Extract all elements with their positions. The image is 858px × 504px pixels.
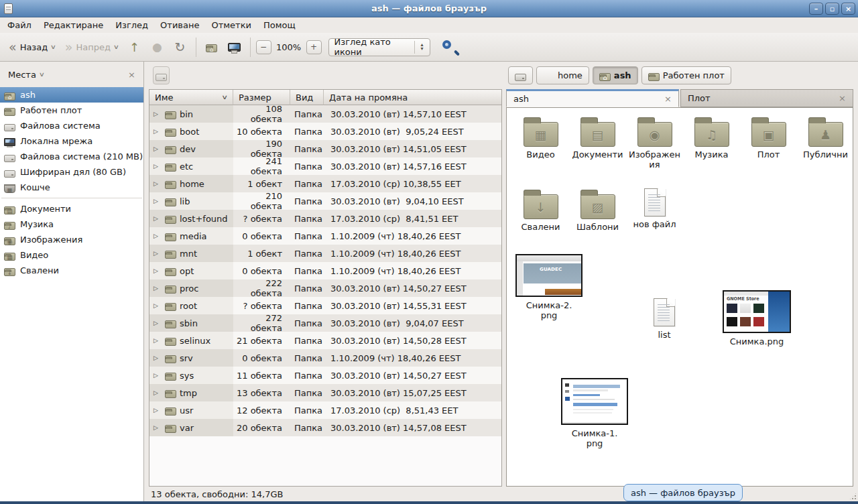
table-row[interactable]: ▷ srv 0 обекта Папка 1.10.2009 (чт) 18,4… [149, 349, 501, 367]
table-row[interactable]: ▷ boot 10 обекта Папка 30.03.2010 (вт) 9… [149, 123, 501, 140]
sidebar-place-item[interactable]: Работен плот [0, 103, 143, 118]
sidebar-place-item[interactable]: Шифриран дял (80 GB) [0, 164, 143, 180]
zoom-out-button[interactable]: − [256, 40, 271, 54]
table-row[interactable]: ▷ selinux 21 обекта Папка 30.03.2010 (вт… [149, 332, 501, 349]
expander-icon[interactable]: ▷ [154, 302, 162, 309]
expander-icon[interactable]: ▷ [154, 215, 162, 222]
expander-icon[interactable]: ▷ [154, 233, 162, 239]
view-mode-select[interactable]: Изглед като икони ▴▾ [328, 38, 430, 56]
minimize-button[interactable]: – [809, 3, 823, 15]
expander-icon[interactable]: ▷ [154, 128, 162, 135]
zoom-in-button[interactable]: + [306, 40, 322, 54]
expander-icon[interactable]: ▷ [154, 407, 162, 414]
file-item[interactable]: GNOME Store Снимка.png [720, 290, 794, 347]
expander-icon[interactable]: ▷ [154, 198, 162, 204]
folder-item[interactable]: ↓ Свалени [512, 188, 569, 233]
sidebar-place-item[interactable]: ◉ Изображения [0, 232, 143, 247]
table-row[interactable]: ▷ var 20 обекта Папка 30.03.2010 (вт) 14… [149, 419, 501, 436]
table-row[interactable]: ▷ root ? обекта Папка 30.03.2010 (вт) 14… [149, 297, 501, 314]
menu-item[interactable]: Редактиране [38, 19, 109, 32]
expander-icon[interactable]: ▷ [154, 145, 162, 152]
tab[interactable]: ash × [506, 89, 679, 107]
sidebar-place-item[interactable]: ⌂ ash [0, 87, 143, 103]
table-row[interactable]: ▷ lost+found ? обекта Папка 17.03.2010 (… [149, 210, 501, 227]
table-row[interactable]: ▷ bin 108 обекта Папка 30.03.2010 (вт) 1… [149, 105, 501, 123]
reload-button[interactable]: ↻ [169, 37, 192, 58]
tab-close-icon[interactable]: × [664, 94, 672, 104]
expander-icon[interactable]: ▷ [154, 267, 162, 274]
tab-close-icon[interactable]: × [839, 93, 846, 103]
sidebar-title-dropdown[interactable]: Места ∨ [8, 70, 128, 80]
file-item[interactable]: GUADEC Снимка-2. png [512, 254, 586, 321]
table-row[interactable]: ▷ proc 222 обекта Папка 30.03.2010 (вт) … [149, 279, 501, 297]
sidebar-place-item[interactable]: Файлова система (210 MB) [0, 149, 143, 164]
folder-item[interactable]: нов файл [626, 188, 683, 233]
folder-item[interactable]: ◉ Изображен ия [626, 116, 683, 170]
folder-item[interactable]: ♟ Публични [797, 116, 853, 170]
menu-item[interactable]: Изглед [109, 19, 154, 32]
computer-button[interactable] [223, 37, 246, 58]
table-row[interactable]: ▷ tmp 13 обекта Папка 30.03.2010 (вт) 15… [149, 384, 501, 401]
path-button[interactable]: home [536, 66, 589, 84]
sidebar-place-item[interactable] [0, 195, 143, 201]
stop-button[interactable]: ● [146, 37, 169, 58]
path-button[interactable]: Работен плот [641, 66, 731, 84]
menu-item[interactable]: Отметки [205, 19, 257, 32]
menu-item[interactable]: Отиване [154, 19, 205, 32]
search-button[interactable] [438, 37, 458, 58]
taskbar-window-button[interactable]: ash — файлов браузър [623, 484, 743, 501]
expander-icon[interactable]: ▷ [154, 285, 162, 292]
sidebar-place-item[interactable]: Локална мрежа [0, 133, 143, 149]
path-button[interactable]: ⌂ ash [593, 66, 638, 84]
table-row[interactable]: ▷ dev 190 обекта Папка 30.03.2010 (вт) 1… [149, 140, 501, 158]
table-row[interactable]: ▷ lib 210 обекта Папка 30.03.2010 (вт) 9… [149, 192, 501, 210]
table-row[interactable]: ▷ etc 241 обекта Папка 30.03.2010 (вт) 1… [149, 158, 501, 175]
expander-icon[interactable]: ▷ [154, 372, 162, 379]
expander-icon[interactable]: ▷ [154, 424, 162, 431]
folder-item[interactable]: ♫ Музика [683, 116, 740, 170]
tab[interactable]: Плот × [680, 89, 853, 107]
table-row[interactable]: ▷ usr 12 обекта Папка 17.03.2010 (ср) 8,… [149, 401, 501, 419]
expander-icon[interactable]: ▷ [154, 180, 162, 187]
table-row[interactable]: ▷ sys 11 обекта Папка 30.03.2010 (вт) 14… [149, 367, 501, 384]
menu-item[interactable]: Файл [1, 19, 38, 32]
up-button[interactable]: ↑ [123, 37, 146, 58]
sidebar-place-item[interactable]: ♪ Музика [0, 216, 143, 232]
sidebar-place-item[interactable]: Файлова система [0, 118, 143, 133]
table-row[interactable]: ▷ home 1 обект Папка 17.03.2010 (ср) 10,… [149, 175, 501, 192]
column-header-size[interactable]: Размер [233, 90, 290, 105]
table-row[interactable]: ▷ opt 0 обекта Папка 1.10.2009 (чт) 18,4… [149, 262, 501, 279]
maximize-button[interactable]: ▫ [825, 3, 839, 15]
folder-item[interactable]: ▨ Шаблони [569, 188, 626, 233]
sidebar-place-item[interactable]: ▤ Документи [0, 201, 143, 216]
column-header-date[interactable]: Дата на промяна [324, 90, 501, 105]
expander-icon[interactable]: ▷ [154, 111, 162, 117]
column-header-kind[interactable]: Вид [290, 90, 324, 105]
home-button[interactable]: ⌂ [200, 37, 223, 58]
expander-icon[interactable]: ▷ [154, 320, 162, 326]
expander-icon[interactable]: ▷ [154, 355, 162, 361]
file-item[interactable]: list [627, 298, 701, 340]
sidebar-close-icon[interactable]: × [128, 70, 135, 80]
table-row[interactable]: ▷ media 0 обекта Папка 1.10.2009 (чт) 18… [149, 227, 501, 245]
sidebar-place-item[interactable]: ↓ Свалени [0, 263, 143, 278]
close-button[interactable]: × [841, 3, 855, 15]
file-item[interactable]: Снимка-1. png [558, 378, 631, 449]
back-button[interactable]: « Назад ∨ [4, 37, 60, 58]
titlebar[interactable]: ash — файлов браузър – ▫ × [0, 0, 858, 17]
table-row[interactable]: ▷ sbin 272 обекта Папка 30.03.2010 (вт) … [149, 314, 501, 332]
column-header-name[interactable]: Име ∨ [149, 90, 233, 105]
folder-item[interactable]: ▤ Документи [569, 116, 626, 170]
expander-icon[interactable]: ▷ [154, 163, 162, 170]
expander-icon[interactable]: ▷ [154, 389, 162, 396]
folder-item[interactable]: ▦ Видео [512, 116, 569, 170]
table-row[interactable]: ▷ mnt 1 обект Папка 1.10.2009 (чт) 18,40… [149, 245, 501, 262]
chevron-down-icon[interactable]: ∨ [50, 44, 56, 50]
menu-item[interactable]: Помощ [257, 19, 302, 32]
sidebar-place-item[interactable]: ▦ Видео [0, 247, 143, 263]
expander-icon[interactable]: ▷ [154, 250, 162, 257]
folder-item[interactable]: ▣ Плот [740, 116, 797, 170]
path-button[interactable] [508, 66, 533, 84]
root-path-button[interactable] [153, 66, 170, 84]
sidebar-place-item[interactable]: ▦ Кошче [0, 180, 143, 195]
